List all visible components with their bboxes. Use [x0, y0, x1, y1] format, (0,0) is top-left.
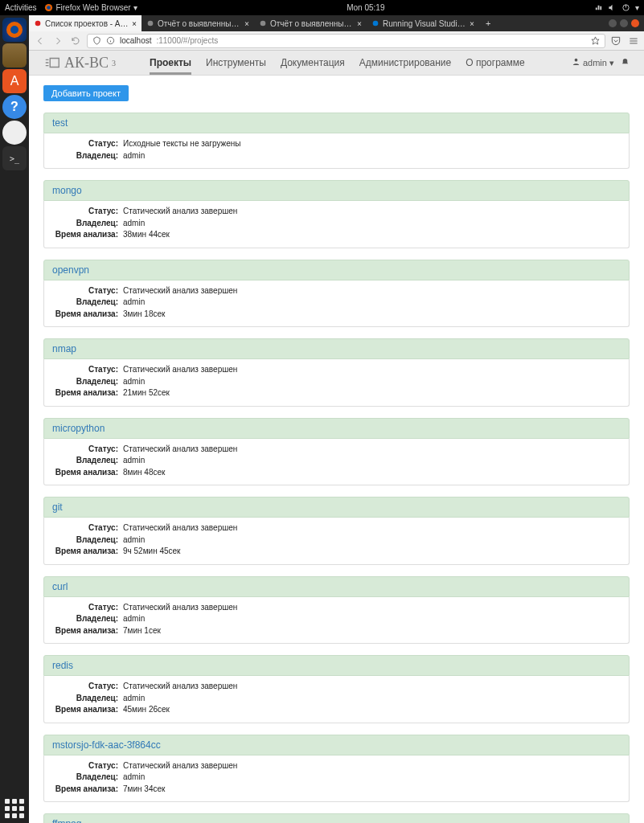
project-card: mongoСтатус:Статический анализ завершенВ…: [43, 180, 630, 248]
tab-favicon: [34, 19, 42, 27]
project-header: git: [43, 497, 630, 518]
dock-help[interactable]: ?: [2, 95, 27, 119]
gnome-top-bar: Activities Firefox Web Browser ▾ Mon 05:…: [0, 0, 644, 15]
clock[interactable]: Mon 05:19: [137, 3, 594, 12]
system-tray[interactable]: ▾: [594, 3, 639, 12]
power-icon: [621, 3, 630, 12]
back-button[interactable]: [34, 35, 47, 47]
show-applications[interactable]: [5, 799, 24, 818]
close-tab-icon[interactable]: ×: [470, 19, 474, 28]
project-header: nmap: [43, 338, 630, 359]
project-card: openvpnСтатус:Статический анализ заверше…: [43, 260, 630, 328]
browser-tab[interactable]: Отчёт о выявленных пр×: [142, 15, 254, 31]
dock-app[interactable]: [2, 121, 27, 145]
activities-button[interactable]: Activities: [5, 3, 36, 12]
status-value: Статический анализ завершен: [123, 602, 237, 614]
owner-label: Владелец:: [52, 455, 123, 467]
current-app-indicator[interactable]: Firefox Web Browser ▾: [44, 3, 137, 12]
time-value: 45мин 26сек: [123, 704, 170, 716]
svg-marker-13: [592, 37, 599, 44]
time-value: 38мин 44сек: [123, 229, 170, 241]
status-label: Статус:: [52, 444, 123, 456]
reload-button[interactable]: [69, 35, 82, 47]
time-label: Время анализа:: [52, 467, 123, 479]
owner-label: Владелец:: [52, 613, 123, 625]
time-label: Время анализа:: [52, 229, 123, 241]
dock-firefox[interactable]: [2, 18, 27, 42]
browser-tab[interactable]: Отчёт о выявленных пр×: [254, 15, 367, 31]
firefox-icon: [44, 3, 53, 12]
project-card: ffmpegСтатус:Статический анализ завершен…: [43, 813, 630, 823]
forward-button[interactable]: [51, 35, 64, 47]
owner-value: admin: [123, 218, 145, 230]
project-link[interactable]: ffmpeg: [52, 818, 81, 823]
status-value: Статический анализ завершен: [123, 522, 237, 534]
status-value: Статический анализ завершен: [123, 681, 237, 693]
project-link[interactable]: curl: [52, 581, 68, 592]
user-icon: [572, 57, 580, 66]
browser-tab[interactable]: Running Visual Studio Co×: [367, 15, 479, 31]
project-link[interactable]: git: [52, 502, 63, 513]
browser-toolbar: localhost:11000/#/projects: [29, 31, 644, 51]
bookmark-star-icon[interactable]: [591, 36, 600, 45]
window-controls[interactable]: [609, 15, 644, 31]
new-tab-button[interactable]: +: [479, 15, 497, 31]
owner-label: Владелец:: [52, 772, 123, 784]
status-value: Исходные тексты не загружены: [123, 138, 241, 150]
project-card: nmapСтатус:Статический анализ завершенВл…: [43, 338, 630, 407]
url-host: localhost: [120, 36, 151, 45]
svg-point-1: [47, 6, 51, 10]
dock-files[interactable]: [2, 43, 27, 68]
user-menu[interactable]: admin ▾: [572, 57, 614, 68]
owner-label: Владелец:: [52, 693, 123, 705]
app-logo[interactable]: АК-ВС3: [43, 54, 116, 72]
nav-item-инструменты[interactable]: Инструменты: [206, 51, 266, 75]
project-link[interactable]: test: [52, 117, 68, 129]
project-card: curlСтатус:Статический анализ завершенВл…: [43, 576, 630, 645]
status-label: Статус:: [52, 364, 123, 376]
owner-value: admin: [123, 150, 145, 162]
close-tab-icon[interactable]: ×: [357, 19, 362, 28]
project-link[interactable]: redis: [52, 660, 73, 671]
svg-point-9: [373, 21, 379, 27]
close-tab-icon[interactable]: ×: [132, 19, 137, 28]
project-link[interactable]: nmap: [52, 343, 76, 354]
owner-value: admin: [123, 376, 145, 388]
project-link[interactable]: openvpn: [52, 264, 89, 276]
status-label: Статус:: [52, 522, 123, 534]
svg-point-6: [35, 21, 41, 27]
project-header: mongo: [43, 180, 630, 201]
status-label: Статус:: [52, 760, 123, 772]
svg-point-17: [575, 59, 578, 62]
project-card: redisСтатус:Статический анализ завершенВ…: [43, 655, 630, 723]
nav-item-проекты[interactable]: Проекты: [150, 51, 191, 75]
ubuntu-dock: A ? >_: [0, 15, 29, 823]
nav-item-о программе[interactable]: О программе: [466, 51, 524, 75]
browser-tab[interactable]: Список проектов - AK-B×: [29, 15, 142, 31]
info-icon: [106, 36, 115, 45]
svg-point-8: [260, 21, 266, 27]
status-value: Статический анализ завершен: [123, 285, 237, 297]
save-to-pocket-icon[interactable]: [610, 35, 621, 47]
nav-item-документация[interactable]: Документация: [281, 51, 345, 75]
status-label: Статус:: [52, 285, 123, 297]
project-link[interactable]: mongo: [52, 185, 82, 196]
project-header: redis: [43, 655, 630, 676]
status-label: Статус:: [52, 206, 123, 218]
dock-software[interactable]: A: [2, 69, 27, 93]
nav-item-администрирование[interactable]: Администрирование: [359, 51, 451, 75]
volume-icon: [608, 3, 617, 12]
notifications-icon[interactable]: [621, 58, 630, 68]
project-card: micropythonСтатус:Статический анализ зав…: [43, 418, 630, 486]
owner-label: Владелец:: [52, 297, 123, 309]
dock-terminal[interactable]: >_: [2, 146, 27, 170]
add-project-button[interactable]: Добавить проект: [43, 85, 129, 101]
project-header: ffmpeg: [43, 813, 630, 823]
tab-strip: Список проектов - AK-B×Отчёт о выявленны…: [29, 15, 644, 31]
owner-value: admin: [123, 455, 145, 467]
close-tab-icon[interactable]: ×: [244, 19, 249, 28]
project-link[interactable]: micropython: [52, 423, 105, 434]
project-link[interactable]: mstorsjo-fdk-aac-3f864cc: [52, 739, 161, 751]
address-bar[interactable]: localhost:11000/#/projects: [87, 34, 605, 48]
menu-icon[interactable]: [628, 35, 639, 47]
